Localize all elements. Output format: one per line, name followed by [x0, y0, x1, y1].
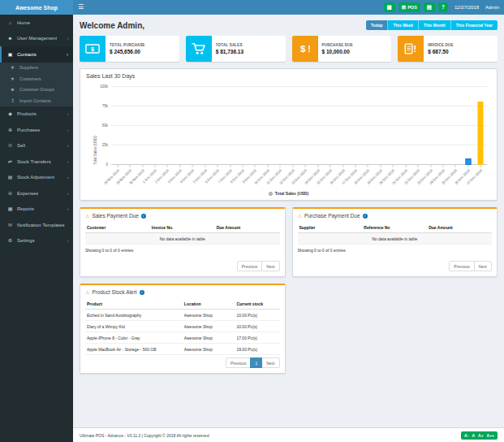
sidebar-item-settings[interactable]: ⚙Settings‹ [0, 233, 73, 249]
chart-title: Sales Last 30 Days [80, 69, 497, 80]
column-header: Customer [85, 222, 150, 233]
empty-table-message: No data available in table [298, 233, 493, 245]
stat-card-label: INVOICE DUE [428, 43, 453, 47]
payment-due-row: ⚠Sales Payment DueiCustomerInvoice No.Du… [80, 207, 498, 277]
panel-title-text: Purchase Payment Due [304, 213, 360, 219]
sidebar-toggle-icon[interactable]: ☰ [78, 4, 84, 11]
x-tick [155, 165, 156, 167]
table-row: Apple MacBook Air - Storage - 500 GBAwes… [85, 344, 280, 355]
next-button[interactable]: Next [261, 358, 279, 368]
plus-circle-icon: ⊕ [6, 128, 14, 132]
sidebar-item-label: Reports [17, 206, 34, 211]
sidebar-item-suppliers[interactable]: ★Suppliers [0, 63, 73, 74]
product-stock-alert-panel: ⚠Product Stock AlertiProductLocationCurr… [80, 284, 286, 374]
sidebar-item-label: Stock Transfers [17, 159, 51, 164]
footer-copyright: Ultimate POS - Advance - V0.11.2 | Copyr… [80, 433, 210, 438]
chevron-left-icon: ‹ [66, 143, 69, 148]
column-header: Product [85, 298, 183, 310]
info-icon[interactable]: i [141, 214, 146, 219]
table-cell: Etched in Sand Autobiography [85, 310, 183, 321]
sidebar-item-reports[interactable]: ▦Reports‹ [0, 202, 73, 218]
sidebar-item-home[interactable]: ⌂Home [0, 15, 73, 31]
next-button[interactable]: Next [261, 261, 279, 271]
help-button[interactable]: ? [438, 2, 448, 12]
font-size-a[interactable]: A- [464, 433, 468, 438]
panel-title-text: Product Stock Alert [92, 289, 136, 295]
x-tick [117, 165, 118, 167]
dollar-alert-icon: $! [292, 36, 318, 62]
filter-this-week[interactable]: This Week [388, 20, 419, 30]
x-tick [218, 165, 218, 167]
sales-chart-panel: Sales Last 30 Days Total Sales (USD) 025… [80, 68, 498, 201]
previous-button[interactable]: Previous [449, 261, 474, 271]
table-cell: 19.00 Pc(s) [235, 344, 279, 355]
stat-card-value: $ 245,656.00 [110, 49, 145, 54]
stat-card-total-sales: TOTAL SALES$ 81,736.13 [186, 36, 286, 62]
y-tick-label: 75k [102, 105, 108, 109]
sidebar-item-notification-templates[interactable]: ✉Notification Templates [0, 217, 73, 233]
x-tick [418, 165, 419, 167]
sidebar-item-label: Expenses [17, 191, 38, 196]
sidebar-item-products[interactable]: ◆Products‹ [0, 106, 73, 123]
chevron-left-icon: ‹ [66, 111, 69, 116]
sidebar-item-customer-groups[interactable]: ☻Customer Groups [0, 84, 73, 96]
brand-logo[interactable]: Awesome Shop [0, 0, 73, 15]
stat-card-value: $ 687.50 [428, 49, 453, 54]
sidebar-item-stock-adjustment[interactable]: ▤Stock Adjustment‹ [0, 170, 73, 186]
register-button[interactable]: ▤ [424, 2, 435, 12]
legend-marker-icon [269, 192, 273, 196]
chart-legend[interactable]: Total Sales (USD) [80, 188, 497, 200]
chevron-left-icon: ‹ [66, 238, 69, 243]
info-icon[interactable]: i [140, 290, 144, 295]
database-icon: ▤ [6, 175, 14, 180]
table-cell: 10.00 Pc(s) [235, 321, 279, 332]
product-stock-alert-table: ProductLocationCurrent stockEtched in Sa… [85, 298, 280, 355]
user-menu[interactable]: Admin [485, 5, 499, 10]
chevron-left-icon: ‹ [66, 36, 69, 41]
table-cell: 10.00 Pc(s) [235, 310, 279, 321]
invoice-alert-icon: ! [398, 36, 424, 62]
home-icon: ⌂ [6, 20, 14, 25]
users-icon: ☻ [6, 36, 14, 41]
font-size-a[interactable]: A [472, 433, 475, 438]
filter-this-month[interactable]: This Month [419, 20, 451, 30]
x-tick [167, 165, 168, 167]
column-header: Invoice No. [150, 222, 215, 233]
sidebar-submenu-contacts: ★Suppliers★Customers☻Customer Groups↥Imp… [0, 63, 73, 106]
sidebar-item-label: Suppliers [19, 65, 38, 70]
sidebar-item-user-management[interactable]: ☻User Management‹ [0, 31, 73, 47]
filter-this-financial-year[interactable]: This Financial Year [451, 20, 498, 30]
sidebar-item-customers[interactable]: ★Customers [0, 73, 73, 84]
x-tick [393, 165, 394, 167]
x-tick [368, 165, 368, 167]
x-tick [179, 165, 180, 167]
stat-card-invoice-due: !INVOICE DUE$ 687.50 [398, 36, 498, 62]
sidebar-item-expenses[interactable]: ⊖Expenses‹ [0, 185, 73, 202]
pagination: PreviousNext [293, 258, 498, 276]
dot-circle-icon: ⊙ [6, 143, 14, 148]
sidebar-item-import-contacts[interactable]: ↥Import Contacts [0, 95, 73, 106]
x-tick [255, 165, 256, 167]
chart-bar [465, 158, 471, 165]
envelope-icon: ✉ [6, 223, 14, 228]
calculator-button[interactable]: ▦ [384, 2, 395, 12]
sidebar-item-contacts[interactable]: ▣Contacts∨ [0, 46, 73, 63]
font-size-a[interactable]: A+ [478, 433, 484, 438]
x-tick [317, 165, 318, 167]
sidebar-item-stock-transfers[interactable]: ⇄Stock Transfers‹ [0, 154, 73, 170]
pos-button[interactable]: ⊞POS [398, 2, 420, 12]
next-button[interactable]: Next [474, 261, 492, 271]
table-row: Etched in Sand AutobiographyAwesome Shop… [85, 310, 280, 321]
sidebar-item-sell[interactable]: ⊙Sell‹ [0, 138, 73, 154]
info-icon[interactable]: i [363, 214, 368, 219]
page-number-button[interactable]: 1 [250, 358, 262, 368]
stat-card-label: PURCHASE DUE [322, 43, 353, 47]
pagination: Previous1Next [80, 355, 285, 373]
font-size-a[interactable]: A++ [487, 433, 494, 438]
previous-button[interactable]: Previous [237, 261, 262, 271]
filter-today[interactable]: Today [366, 20, 388, 30]
sidebar-item-purchases[interactable]: ⊕Purchases‹ [0, 122, 73, 138]
content-header: Welcome Admin, TodayThis WeekThis MonthT… [80, 20, 498, 30]
previous-button[interactable]: Previous [226, 358, 251, 368]
column-header: Due Amount [427, 222, 492, 233]
